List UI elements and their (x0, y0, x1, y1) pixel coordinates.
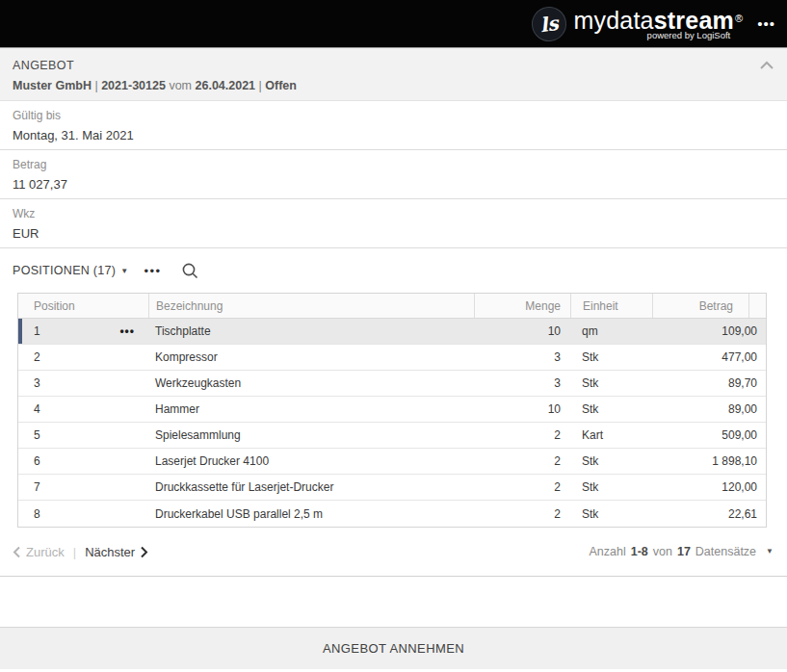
column-header-position[interactable]: Position (18, 294, 148, 318)
chevron-right-icon (140, 546, 148, 558)
cell-position: 8 (18, 507, 148, 521)
table-row[interactable]: 3 Werkzeugkasten 3 Stk 89,70 (18, 371, 766, 397)
brand-wordmark: mydatastream® powered by LogiSoft (574, 8, 743, 40)
offer-date: 26.04.2021 (196, 79, 256, 92)
table-row[interactable]: 6 Laserjet Drucker 4100 2 Stk 1 898,10 (18, 449, 766, 475)
position-number: 8 (34, 507, 40, 521)
previous-page-button[interactable]: Zurück (13, 545, 65, 559)
cell-bezeichnung: Druckerkabel USB parallel 2,5 m (148, 507, 474, 521)
field-label: Gültig bis (13, 109, 787, 122)
position-number: 3 (34, 376, 40, 390)
cell-menge: 2 (474, 507, 570, 521)
offer-separator: | (94, 79, 97, 92)
cell-position: 7 (18, 480, 148, 494)
position-number: 6 (34, 454, 40, 468)
cell-betrag: 89,70 (652, 376, 766, 390)
field-label: Betrag (13, 158, 787, 171)
cell-betrag: 109,00 (652, 324, 766, 338)
pagination-bar: Zurück | Nächster Anzahl 1-8 von 17 Date… (0, 528, 787, 577)
cell-einheit: Stk (570, 480, 652, 494)
table-row[interactable]: 4 Hammer 10 Stk 89,00 (18, 397, 766, 423)
cell-betrag: 509,00 (652, 428, 766, 442)
position-number: 5 (34, 428, 40, 442)
cell-menge: 3 (474, 350, 570, 364)
chevron-up-icon[interactable] (758, 60, 775, 71)
table-row[interactable]: 5 Spielesammlung 2 Kart 509,00 (18, 423, 766, 449)
record-total: 17 (677, 545, 691, 558)
count-label: Anzahl (589, 545, 625, 558)
field-label: Wkz (13, 207, 787, 220)
offer-header-section: ANGEBOT Muster GmbH | 2021-30125 vom 26.… (0, 48, 787, 101)
column-header-betrag[interactable]: Betrag (652, 294, 748, 318)
cell-einheit: Stk (570, 376, 652, 390)
row-menu-icon[interactable]: ••• (119, 324, 135, 338)
record-count-dropdown[interactable]: Anzahl 1-8 von 17 Datensätze ▼ (587, 545, 774, 558)
cell-menge: 3 (474, 376, 570, 390)
cell-position: 4 (18, 402, 148, 416)
cell-einheit: Kart (570, 428, 652, 442)
next-page-label: Nächster (85, 545, 135, 559)
offer-vom-label: vom (169, 79, 192, 92)
cell-einheit: Stk (570, 350, 652, 364)
cell-bezeichnung: Laserjet Drucker 4100 (148, 454, 474, 468)
cell-betrag: 22,61 (652, 507, 766, 521)
position-number: 2 (34, 350, 40, 364)
column-header-spacer (748, 294, 766, 318)
records-label: Datensätze (695, 545, 756, 558)
brand-logo: ls mydatastream® powered by LogiSoft (532, 7, 743, 41)
offer-customer: Muster GmbH (13, 79, 92, 92)
table-row[interactable]: 1 ••• Tischplatte 10 qm 109,00 (18, 319, 766, 345)
accept-offer-button[interactable]: ANGEBOT ANNEHMEN (0, 627, 787, 669)
column-header-einheit[interactable]: Einheit (570, 294, 652, 318)
pagination-nav: Zurück | Nächster (13, 545, 148, 559)
registered-trademark: ® (735, 13, 743, 24)
positions-toolbar: POSITIONEN (17)▼ ••• (0, 248, 787, 293)
offer-number: 2021-30125 (101, 79, 166, 92)
cell-betrag: 89,00 (652, 402, 766, 416)
cell-bezeichnung: Hammer (148, 402, 474, 416)
cell-einheit: qm (570, 324, 652, 338)
app-overflow-menu-icon[interactable]: ••• (755, 12, 777, 36)
offer-status: Offen (265, 79, 297, 92)
cell-einheit: Stk (570, 402, 652, 416)
chevron-down-icon: ▼ (120, 267, 128, 275)
cell-position: 1 ••• (18, 324, 148, 338)
cell-menge: 10 (474, 402, 570, 416)
search-icon[interactable] (181, 262, 199, 280)
cell-menge: 10 (474, 324, 570, 338)
next-page-button[interactable]: Nächster (85, 545, 148, 559)
cell-einheit: Stk (570, 507, 652, 521)
positions-overflow-menu-icon[interactable]: ••• (144, 264, 162, 278)
column-header-bezeichnung[interactable]: Bezeichnung (148, 294, 474, 318)
cell-menge: 2 (474, 428, 570, 442)
positions-title-label: POSITIONEN (17) (13, 264, 116, 277)
position-number: 7 (34, 480, 40, 494)
brand-name-light: mydata (574, 7, 654, 34)
table-row[interactable]: 7 Druckkassette für Laserjet-Drucker 2 S… (18, 475, 766, 501)
cell-position: 2 (18, 350, 148, 364)
position-number: 4 (34, 402, 40, 416)
chevron-down-icon: ▼ (766, 547, 774, 556)
field-value: 11 027,37 (13, 177, 787, 192)
cell-betrag: 477,00 (652, 350, 766, 364)
cell-menge: 2 (474, 480, 570, 494)
positions-title-dropdown[interactable]: POSITIONEN (17)▼ (13, 264, 129, 277)
chevron-left-icon (13, 546, 21, 558)
cell-bezeichnung: Druckkassette für Laserjet-Drucker (148, 480, 474, 494)
cell-bezeichnung: Werkzeugkasten (148, 376, 474, 390)
table-row[interactable]: 8 Druckerkabel USB parallel 2,5 m 2 Stk … (18, 501, 766, 527)
column-header-menge[interactable]: Menge (474, 294, 570, 318)
field-gueltig-bis: Gültig bis Montag, 31. Mai 2021 (0, 101, 787, 150)
offer-section-title: ANGEBOT (13, 59, 774, 72)
pagination-divider: | (73, 545, 76, 559)
app-header: ls mydatastream® powered by LogiSoft ••• (0, 0, 787, 48)
positions-table: Position Bezeichnung Menge Einheit Betra… (17, 293, 767, 528)
brand-tagline: powered by LogiSoft (647, 30, 743, 40)
cell-einheit: Stk (570, 454, 652, 468)
table-header-row: Position Bezeichnung Menge Einheit Betra… (18, 294, 766, 319)
table-row[interactable]: 2 Kompressor 3 Stk 477,00 (18, 345, 766, 371)
offer-subtitle: Muster GmbH | 2021-30125 vom 26.04.2021 … (13, 79, 774, 92)
cell-bezeichnung: Spielesammlung (148, 428, 474, 442)
cell-betrag: 1 898,10 (652, 454, 766, 468)
previous-page-label: Zurück (26, 545, 65, 559)
